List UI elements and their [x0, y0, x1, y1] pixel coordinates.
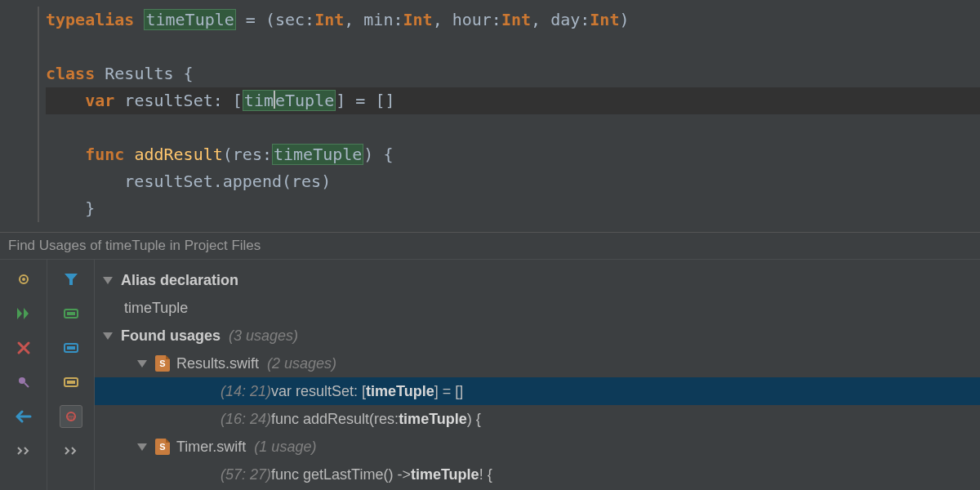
more2-icon[interactable] [60, 439, 82, 462]
merge-icon[interactable]: m [60, 405, 82, 428]
close-icon[interactable] [12, 336, 35, 359]
more-icon[interactable] [12, 439, 35, 462]
group-read-icon[interactable] [60, 302, 82, 325]
gutter [0, 7, 39, 222]
swift-file-icon: S [155, 355, 170, 372]
settings-icon[interactable] [12, 268, 35, 291]
find-toolbar-right: m [47, 260, 95, 490]
swift-file-icon: S [155, 439, 170, 455]
chevron-down-icon[interactable] [137, 443, 147, 451]
code-line[interactable]: resultSet.append(res) [46, 168, 980, 195]
back-icon[interactable] [12, 405, 35, 428]
rerun-icon[interactable] [12, 302, 35, 325]
tree-file-timer[interactable]: S Timer.swift (1 usage) [95, 433, 980, 461]
chevron-down-icon[interactable] [103, 332, 113, 340]
group-write-icon[interactable] [60, 336, 82, 359]
find-toolbar-left [0, 260, 47, 490]
find-usages-panel: m Alias declaration timeTuple Found usag… [0, 260, 980, 490]
chevron-down-icon[interactable] [103, 277, 113, 284]
svg-rect-5 [67, 312, 75, 315]
tree-group-alias[interactable]: Alias declaration [95, 266, 980, 294]
svg-rect-7 [67, 346, 75, 350]
svg-text:m: m [68, 413, 74, 421]
code-line[interactable] [46, 33, 980, 60]
svg-point-2 [19, 377, 25, 384]
filter-icon[interactable] [60, 268, 82, 291]
svg-point-1 [22, 278, 25, 281]
tree-item-alias[interactable]: timeTuple [95, 294, 980, 322]
tree-file-results[interactable]: S Results.swift (2 usages) [95, 350, 980, 377]
svg-line-3 [24, 383, 29, 387]
code-line[interactable]: } [46, 195, 980, 222]
chevron-down-icon[interactable] [137, 360, 147, 368]
code-editor[interactable]: typealias timeTuple = (sec:Int, min:Int,… [0, 0, 980, 232]
find-usages-header: Find Usages of timeTuple in Project File… [0, 232, 980, 260]
pin-icon[interactable] [12, 371, 35, 394]
tree-usage-row[interactable]: (57: 27) func getLastTime() -> timeTuple… [95, 461, 980, 488]
usages-tree[interactable]: Alias declaration timeTuple Found usages… [95, 260, 980, 490]
group-import-icon[interactable] [60, 371, 82, 394]
code-line[interactable]: func addResult(res:timeTuple) { [46, 141, 980, 168]
tree-usage-row[interactable]: (16: 24) func addResult(res:timeTuple) { [95, 405, 980, 433]
code-line-current[interactable]: var resultSet: [timeTuple] = [] [46, 87, 980, 114]
code-line[interactable]: typealias timeTuple = (sec:Int, min:Int,… [46, 7, 980, 33]
code-line[interactable]: class Results { [46, 60, 980, 87]
tree-group-found[interactable]: Found usages (3 usages) [95, 322, 980, 350]
svg-rect-9 [67, 381, 75, 384]
tree-usage-row[interactable]: (14: 21) var resultSet: [timeTuple] = [] [95, 377, 980, 405]
code-line[interactable] [46, 114, 980, 141]
